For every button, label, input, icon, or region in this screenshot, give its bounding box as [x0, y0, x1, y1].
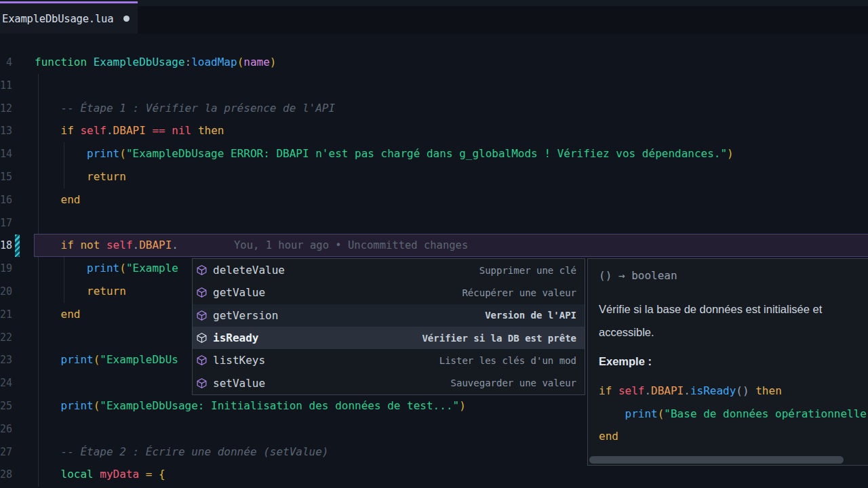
- line-number[interactable]: 27: [0, 441, 12, 464]
- line-number[interactable]: 18: [0, 234, 12, 257]
- suggest-detail: Supprimer une clé: [479, 265, 576, 276]
- modified-dot-icon[interactable]: [123, 16, 130, 22]
- line-number[interactable]: 22: [0, 326, 12, 349]
- suggest-detail: Sauvegarder une valeur: [451, 378, 576, 388]
- code-text: local myData = {: [35, 463, 165, 486]
- code-text: print("ExampleDbUsage: Initialisation de…: [35, 394, 466, 418]
- docs-code-line: if self.DBAPI.isReady() then: [599, 380, 868, 403]
- suggest-detail: Récupérer une valeur: [462, 287, 576, 298]
- code-text: print("Example: [35, 257, 178, 280]
- line-number[interactable]: 13: [0, 119, 12, 142]
- code-text: return: [35, 165, 126, 188]
- line-number[interactable]: 28: [0, 463, 12, 486]
- cube-module-icon: [196, 332, 208, 344]
- line-number[interactable]: 26: [0, 418, 12, 441]
- editor[interactable]: 4function ExampleDbUsage:loadMap(name)11…: [0, 34, 868, 488]
- code-text: end: [35, 303, 80, 326]
- suggest-item-getValue[interactable]: getValueRécupérer une valeur: [193, 281, 585, 304]
- tab-title: ExampleDbUsage.lua: [2, 13, 113, 25]
- docs-example-heading: Exemple :: [599, 355, 868, 368]
- line-number[interactable]: 12: [0, 97, 12, 120]
- code-line[interactable]: 16 end: [0, 188, 868, 211]
- code-line[interactable]: 14 print("ExampleDbUsage ERROR: DBAPI n'…: [0, 142, 868, 165]
- suggest-item-listKeys[interactable]: listKeysLister les clés d'un mod: [193, 349, 585, 371]
- code-text: function ExampleDbUsage:loadMap(name): [35, 51, 276, 74]
- code-line[interactable]: 28 local myData = {: [0, 463, 868, 486]
- code-line[interactable]: 13 if self.DBAPI == nil then: [0, 119, 868, 142]
- suggest-label: getVersion: [213, 309, 278, 322]
- suggest-label: getValue: [213, 286, 265, 299]
- line-number[interactable]: 20: [0, 280, 12, 303]
- cube-module-icon: [196, 309, 208, 321]
- line-number[interactable]: 25: [0, 394, 12, 418]
- docs-code-line: end: [599, 425, 868, 448]
- suggest-label: setValue: [213, 377, 265, 390]
- line-number[interactable]: 24: [0, 371, 12, 394]
- code-line[interactable]: 12 -- Étape 1 : Vérifier la présence de …: [0, 97, 868, 120]
- docs-example-code: if self.DBAPI.isReady() then print("Base…: [599, 380, 868, 448]
- code-line[interactable]: 17: [0, 211, 868, 235]
- line-number[interactable]: 15: [0, 165, 12, 188]
- suggest-label: isReady: [213, 331, 258, 344]
- line-number[interactable]: 23: [0, 348, 12, 371]
- autocomplete-popup: deleteValueSupprimer une clégetValueRécu…: [192, 258, 585, 395]
- suggest-item-getVersion[interactable]: getVersionVersion de l'API: [193, 304, 585, 327]
- code-line[interactable]: 18 if not self.DBAPI.You, 1 hour ago • U…: [0, 234, 868, 257]
- code-text: return: [35, 280, 126, 303]
- code-text: -- Étape 2 : Écrire une donnée (setValue…: [35, 441, 328, 464]
- git-blame-annotation: You, 1 hour ago • Uncommitted changes: [234, 234, 468, 257]
- docs-signature: () → boolean: [599, 269, 868, 282]
- tab-bar: ExampleDbUsage.lua: [0, 0, 868, 34]
- code-text: print("ExampleDbUsage ERROR: DBAPI n'est…: [35, 142, 734, 165]
- suggest-label: deleteValue: [213, 264, 285, 277]
- suggest-item-isReady[interactable]: isReadyVérifier si la DB est prête: [193, 327, 585, 349]
- docs-code-line: print("Base de données opérationnelle !"…: [599, 403, 868, 426]
- code-line[interactable]: 11: [0, 74, 868, 97]
- cube-module-icon: [196, 264, 208, 277]
- line-number[interactable]: 11: [0, 74, 12, 97]
- suggest-detail: Vérifier si la DB est prête: [422, 333, 576, 344]
- line-number[interactable]: 17: [0, 211, 12, 235]
- line-number[interactable]: 14: [0, 142, 12, 165]
- code-text: end: [35, 188, 80, 211]
- code-text: print("ExampleDbUs: [35, 348, 178, 371]
- cube-module-icon: [196, 377, 208, 389]
- code-text: -- Étape 1 : Vérifier la présence de l'A…: [35, 97, 335, 120]
- code-line[interactable]: 15 return: [0, 165, 868, 188]
- cube-module-icon: [196, 287, 208, 299]
- line-number[interactable]: 16: [0, 188, 12, 211]
- suggest-item-deleteValue[interactable]: deleteValueSupprimer une clé: [193, 259, 585, 281]
- code-text: if self.DBAPI == nil then: [35, 119, 224, 142]
- suggest-detail: Lister les clés d'un mod: [439, 355, 576, 366]
- line-number[interactable]: 4: [0, 51, 12, 74]
- gutter-modified-indicator: [15, 235, 20, 257]
- suggest-detail: Version de l'API: [485, 310, 576, 321]
- line-number[interactable]: 21: [0, 303, 12, 326]
- docs-horizontal-scrollbar[interactable]: [589, 456, 844, 464]
- code-text: if not self.DBAPI.: [35, 234, 178, 257]
- tab-exampledbusage[interactable]: ExampleDbUsage.lua: [0, 1, 138, 34]
- docs-description: Vérifie si la base de données est initia…: [599, 298, 865, 344]
- suggest-item-setValue[interactable]: setValueSauvegarder une valeur: [193, 371, 585, 394]
- suggest-label: listKeys: [213, 354, 265, 367]
- line-number[interactable]: 19: [0, 257, 12, 280]
- docs-panel: () → boolean Vérifie si la base de donné…: [587, 258, 868, 466]
- code-line[interactable]: 4function ExampleDbUsage:loadMap(name): [0, 51, 868, 74]
- cube-module-icon: [196, 354, 208, 367]
